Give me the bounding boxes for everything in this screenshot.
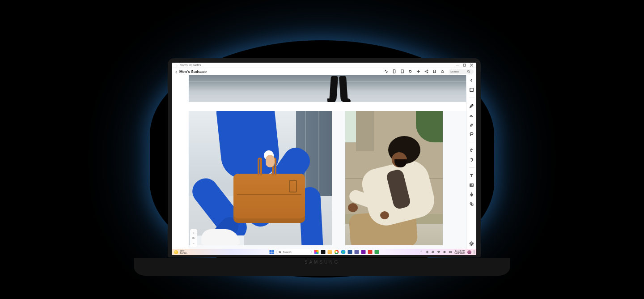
- taskbar-search-icon: [279, 251, 282, 254]
- zoom-out-button[interactable]: −: [191, 241, 196, 246]
- note-canvas[interactable]: + Fit −: [188, 75, 466, 249]
- laptop-brand: SAMSUNG: [134, 258, 510, 265]
- expand-icon[interactable]: [384, 69, 388, 73]
- search-input[interactable]: [450, 70, 466, 73]
- highlighter-icon[interactable]: [469, 113, 474, 118]
- taskbar-search-input[interactable]: [283, 251, 307, 253]
- image-icon[interactable]: [469, 183, 474, 188]
- taskbar-app-3-icon[interactable]: [375, 250, 379, 254]
- taskbar-clock[interactable]: 11:33 AM 4/22/2024: [454, 250, 465, 254]
- svg-line-14: [469, 72, 470, 73]
- tool-rail: [466, 75, 476, 249]
- taskbar-weather[interactable]: 78°F Sunny: [174, 250, 187, 254]
- refresh-icon[interactable]: [408, 69, 412, 73]
- text-icon[interactable]: [469, 173, 474, 178]
- share-icon[interactable]: [424, 69, 428, 73]
- start-button[interactable]: [270, 250, 274, 254]
- zoom-fit-button[interactable]: Fit: [191, 236, 196, 240]
- phone-link-icon[interactable]: [392, 69, 396, 73]
- note-title: Men's Suitcase: [179, 69, 207, 74]
- taskbar-app-1-icon[interactable]: [321, 250, 326, 254]
- note-workspace: + Fit −: [172, 75, 466, 249]
- photo-man-leaning: [345, 111, 443, 245]
- svg-point-25: [471, 243, 473, 245]
- taskbar-word-icon[interactable]: [348, 250, 352, 254]
- undo-icon[interactable]: [469, 148, 474, 153]
- svg-line-11: [426, 71, 427, 71]
- svg-rect-15: [470, 88, 473, 91]
- svg-line-27: [280, 252, 281, 253]
- taskbar-copilot-icon[interactable]: [314, 250, 319, 254]
- windows-taskbar: 78°F Sunny: [172, 249, 476, 255]
- window-titlebar: ← Samsung Notes: [172, 63, 476, 68]
- back-chevron-icon[interactable]: [175, 70, 178, 73]
- taskbar-app-2-icon[interactable]: [368, 250, 373, 254]
- svg-rect-21: [471, 193, 472, 195]
- banner-image: [189, 75, 466, 102]
- weather-icon: [174, 250, 178, 254]
- show-desktop-button[interactable]: [474, 250, 475, 254]
- taskbar-avatar[interactable]: [467, 250, 471, 254]
- svg-rect-5: [401, 70, 403, 73]
- laptop-brand-strip: SAMSUNG: [134, 258, 510, 276]
- clock-date: 4/22/2024: [454, 252, 465, 254]
- page-icon[interactable]: [400, 69, 404, 73]
- app-toolbar: Men's Suitcase: [172, 68, 476, 75]
- taskbar-edge-icon[interactable]: [341, 250, 346, 254]
- tray-overflow-button[interactable]: ⌃: [419, 250, 423, 254]
- svg-rect-29: [451, 252, 452, 252]
- search-box[interactable]: [449, 69, 474, 74]
- expand-sidebar-icon[interactable]: [469, 78, 474, 83]
- taskbar-chrome-icon[interactable]: [335, 250, 339, 254]
- svg-rect-4: [393, 70, 395, 73]
- app-name: Samsung Notes: [180, 64, 201, 67]
- onedrive-icon[interactable]: [431, 250, 435, 254]
- taskbar-explorer-icon[interactable]: [328, 250, 332, 254]
- window-maximize-button[interactable]: [463, 64, 466, 67]
- svg-rect-1: [463, 64, 466, 66]
- photo-briefcase: [189, 111, 332, 245]
- wifi-icon[interactable]: [437, 250, 441, 254]
- voice-icon[interactable]: [469, 192, 474, 197]
- taskbar-search[interactable]: [276, 250, 312, 254]
- svg-rect-24: [472, 204, 473, 205]
- svg-line-12: [426, 72, 427, 72]
- redo-icon[interactable]: [469, 157, 474, 162]
- panel-icon[interactable]: [469, 87, 474, 92]
- laptop-screen: ← Samsung Notes Men's Suitcase: [172, 63, 476, 255]
- battery-icon[interactable]: [449, 250, 452, 254]
- shapes-icon[interactable]: [469, 201, 474, 206]
- settings-rail-icon[interactable]: [469, 241, 474, 246]
- plus-icon[interactable]: [416, 69, 420, 73]
- svg-rect-28: [449, 252, 451, 253]
- taskbar-onenote-icon[interactable]: [361, 250, 366, 254]
- zoom-controls: + Fit −: [190, 229, 197, 247]
- window-close-button[interactable]: [470, 64, 474, 67]
- taskbar-teams-icon[interactable]: [355, 250, 359, 254]
- lasso-icon[interactable]: [469, 132, 474, 137]
- volume-icon[interactable]: [443, 250, 446, 254]
- pen-icon[interactable]: [469, 103, 474, 108]
- search-icon: [467, 70, 470, 73]
- bookmark-icon[interactable]: [432, 69, 436, 73]
- window-minimize-button[interactable]: [456, 64, 459, 67]
- ai-icon[interactable]: [425, 250, 429, 254]
- window-back-button[interactable]: ←: [175, 63, 178, 67]
- weather-cond: Sunny: [180, 252, 187, 254]
- bell-icon[interactable]: [441, 69, 445, 73]
- eraser-icon[interactable]: [469, 122, 474, 127]
- zoom-in-button[interactable]: +: [191, 231, 196, 235]
